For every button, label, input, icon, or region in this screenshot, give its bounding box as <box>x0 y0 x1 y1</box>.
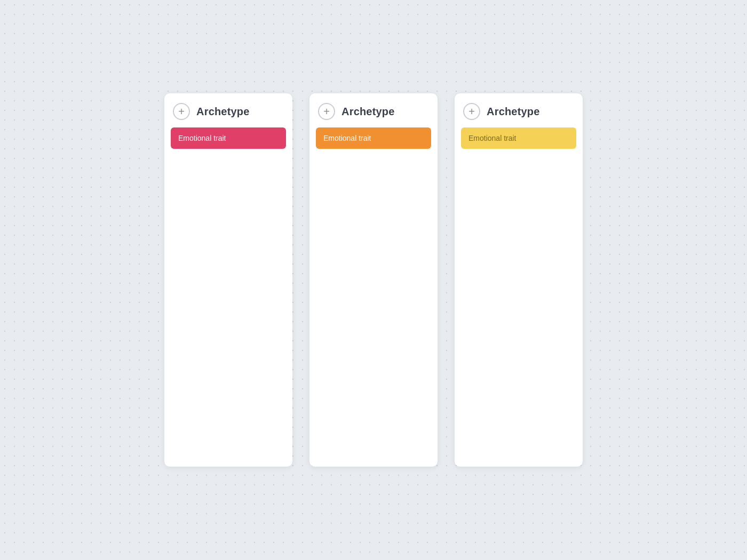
card-1-title: Archetype <box>196 106 250 118</box>
card-2-add-button[interactable]: + <box>318 103 335 120</box>
card-2-header: + Archetype <box>309 93 438 127</box>
card-2-body: Emotional trait <box>309 127 438 155</box>
card-1-trait-badge[interactable]: Emotional trait <box>171 127 286 149</box>
card-3: + Archetype Emotional trait <box>455 93 583 467</box>
card-1-add-button[interactable]: + <box>173 103 190 120</box>
card-3-title: Archetype <box>487 106 540 118</box>
cards-container: + Archetype Emotional trait + Archetype … <box>164 93 583 467</box>
card-3-header: + Archetype <box>455 93 583 127</box>
card-2-trait-badge[interactable]: Emotional trait <box>316 127 431 149</box>
card-1-header: + Archetype <box>164 93 292 127</box>
card-2: + Archetype Emotional trait <box>309 93 438 467</box>
card-1-body: Emotional trait <box>164 127 292 155</box>
card-2-title: Archetype <box>341 106 395 118</box>
card-3-add-button[interactable]: + <box>463 103 480 120</box>
card-3-trait-badge[interactable]: Emotional trait <box>461 127 576 149</box>
card-1: + Archetype Emotional trait <box>164 93 292 467</box>
card-3-body: Emotional trait <box>455 127 583 155</box>
